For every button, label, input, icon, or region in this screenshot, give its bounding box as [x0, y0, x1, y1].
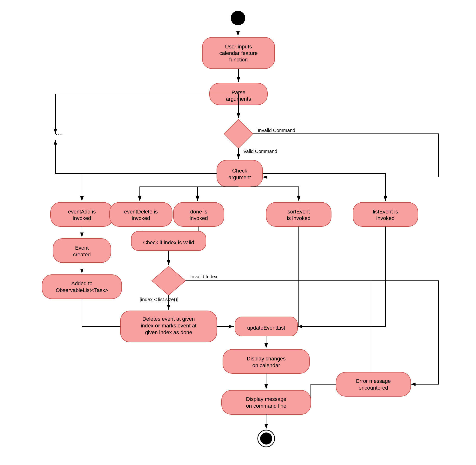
user-input-label3: function — [229, 57, 248, 63]
sort-event-label2: is invoked — [287, 215, 310, 221]
done-invoked-label: done is — [190, 209, 207, 215]
display-changes-label: Display changes — [247, 356, 286, 362]
arrow-invalidindex-to-error — [371, 281, 438, 384]
index-condition-label: [index < list.size()] — [140, 297, 179, 302]
sort-event-label: sortEvent — [288, 209, 310, 215]
display-message-label2: on command line — [246, 403, 286, 409]
added-to-list-label: Added to — [71, 280, 93, 286]
arrow-to-listevent — [263, 173, 385, 201]
update-event-list-label: updateEventList — [247, 325, 285, 331]
error-message-label: Error message — [356, 378, 391, 384]
dots-label: .... — [55, 129, 63, 136]
display-message-label: Display message — [246, 396, 286, 402]
check-arg-label2: argument — [229, 174, 251, 180]
done-invoked-label2: invoked — [190, 215, 208, 221]
event-delete-label: eventDelete is — [124, 209, 158, 215]
check-index-label: Check if index is valid — [143, 240, 194, 245]
arrow-to-done — [198, 187, 238, 201]
event-created-label: Event — [75, 245, 89, 251]
event-created-label2: created — [73, 252, 91, 258]
error-message-node — [336, 372, 411, 396]
list-event-label: listEvent is — [373, 209, 398, 215]
diamond2-node — [152, 266, 185, 295]
deletes-event-label2: index or marks event at — [141, 323, 196, 329]
deletes-event-label1: Deletes event at given — [142, 316, 195, 322]
arrow-added-to-update — [82, 299, 120, 327]
arrow-to-eventdelete — [140, 187, 224, 201]
event-add-label2: invoked — [73, 215, 91, 221]
check-arg-label: Check — [232, 168, 247, 174]
added-to-list-label2: ObservableList<Task> — [56, 287, 108, 293]
arrow-to-eventadd — [82, 173, 217, 201]
arrow-invalid-command — [253, 134, 438, 177]
arrow-to-sortevent — [251, 187, 299, 201]
list-event-label2: invoked — [376, 215, 395, 221]
event-add-label: eventAdd is — [68, 209, 96, 215]
event-delete-label2: invoked — [132, 215, 150, 221]
display-changes-label2: on calendar — [253, 362, 280, 368]
arrow-listevent-to-update — [297, 226, 385, 327]
display-message-node — [222, 390, 311, 414]
arrow-sortevent-to-update — [297, 226, 299, 327]
user-input-label2: calendar feature — [220, 50, 258, 56]
deletes-event-label3: given index as done — [145, 329, 192, 335]
added-to-list-node — [42, 275, 122, 299]
arrow-loop-back — [55, 140, 217, 173]
start-terminal — [231, 11, 245, 25]
diamond1-node — [224, 119, 253, 148]
arrow-error-to-display — [311, 384, 336, 401]
user-input-label: User inputs — [225, 44, 252, 50]
error-message-label2: encountered — [359, 385, 388, 391]
valid-command-label: Valid Command — [243, 149, 277, 154]
invalid-command-label: Invalid Command — [258, 128, 295, 133]
end-terminal-inner — [260, 433, 272, 444]
invalid-index-label: Invalid Index — [190, 274, 217, 279]
